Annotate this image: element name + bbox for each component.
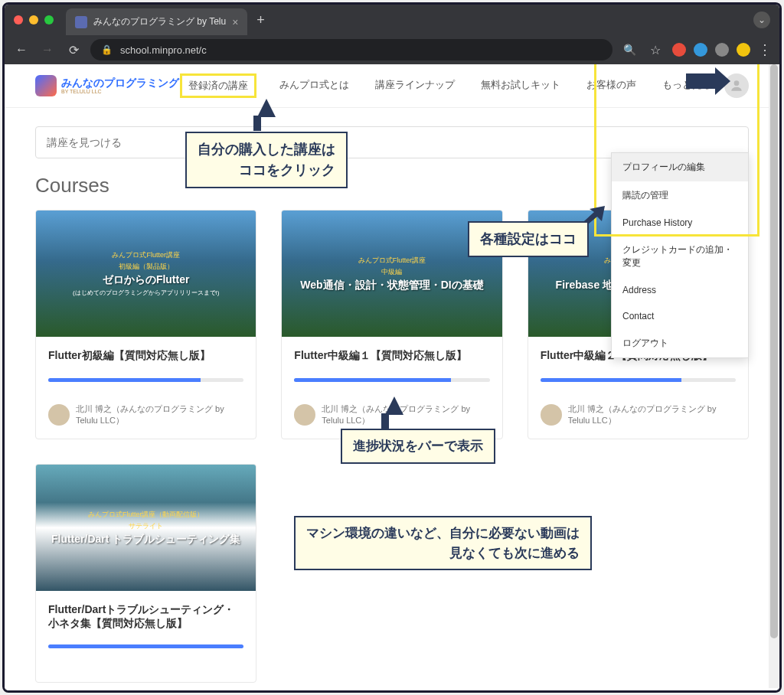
profile-icon[interactable] [737, 43, 750, 57]
course-title: Flutter/Dartトラブルシューティング・小ネタ集【質問対応無し版】 [48, 603, 243, 631]
progress-fill [294, 378, 450, 382]
arrow-icon [686, 73, 717, 89]
window-minimize-button[interactable] [29, 15, 38, 24]
tab-close-button[interactable]: × [232, 16, 238, 28]
dropdown-subscriptions[interactable]: 購読の管理 [612, 181, 748, 210]
user-dropdown-menu: プロフィールの編集 購読の管理 Purchase History クレジットカー… [611, 152, 749, 358]
progress-fill [48, 644, 243, 648]
browser-tab[interactable]: みんなのプログラミング by Telu × [66, 8, 247, 35]
back-button[interactable]: ← [12, 43, 31, 57]
nav-registered-courses[interactable]: 登録済の講座 [180, 73, 256, 98]
progress-fill [48, 378, 201, 382]
extension-icon-2[interactable] [694, 43, 707, 57]
instructor-name: 北川 博之（みんなのプログラミング by Telulu LLC） [76, 403, 243, 426]
scrollbar-track[interactable] [769, 64, 779, 688]
main-nav: 登録済の講座 みんプロ式とは 講座ラインナップ 無料お試しキット お客様の声 も… [180, 73, 715, 98]
nav-testimonials[interactable]: お客様の声 [583, 73, 639, 98]
annotation-progress: 進捗状況をバーで表示 [341, 429, 495, 464]
nav-about[interactable]: みんプロ式とは [276, 73, 352, 98]
progress-bar [294, 378, 489, 382]
dropdown-logout[interactable]: ログアウト [612, 329, 748, 357]
reload-button[interactable]: ⟳ [64, 43, 83, 57]
progress-bar [541, 378, 736, 382]
window-maximize-button[interactable] [44, 15, 54, 24]
favicon-icon [75, 16, 87, 28]
window-dropdown-button[interactable]: ⌄ [753, 11, 770, 28]
user-icon [729, 78, 744, 93]
instructor-avatar [48, 404, 70, 426]
arrow-icon [385, 396, 403, 415]
svg-point-0 [734, 80, 740, 86]
progress-bar [48, 378, 243, 382]
extension-icon-1[interactable] [672, 43, 686, 57]
browser-menu-button[interactable]: ⋮ [758, 41, 772, 58]
instructor-avatar [541, 404, 562, 426]
course-card[interactable]: みんプロ式Flutter講座 初級編（製品版） ゼロからのFlutter (はじ… [35, 210, 256, 439]
annotation-purchased-courses: 自分の購入した講座は ココをクリック [185, 132, 348, 188]
url-text: school.minpro.net/c [120, 44, 207, 56]
bookmark-icon[interactable]: ☆ [646, 43, 665, 57]
site-logo[interactable]: みんなのプログラミング BY TELULU LLC [35, 75, 179, 96]
logo-subtitle: BY TELULU LLC [61, 89, 179, 94]
course-title: Flutter中級編１【質問対応無し版】 [294, 349, 489, 364]
address-bar-row: ← → ⟳ 🔒 school.minpro.net/c 🔍 ☆ ⋮ [5, 35, 779, 64]
dropdown-purchase-history[interactable]: Purchase History [612, 210, 748, 236]
forward-button[interactable]: → [38, 43, 57, 57]
page-viewport: みんなのプログラミング BY TELULU LLC 登録済の講座 みんプロ式とは… [5, 64, 779, 690]
annotation-settings: 各種設定はココ [468, 221, 589, 257]
logo-icon [35, 75, 57, 96]
course-title: Flutter初級編【質問対応無し版】 [48, 349, 243, 364]
zoom-out-icon[interactable]: 🔍 [620, 44, 639, 56]
window-close-button[interactable] [14, 15, 23, 24]
instructor-avatar [294, 404, 315, 426]
dropdown-address[interactable]: Address [612, 277, 748, 303]
dropdown-contact[interactable]: Contact [612, 303, 748, 329]
instructor-name: 北川 博之（みんなのプログラミング by Telulu LLC） [322, 403, 489, 426]
extension-icon-3[interactable] [715, 43, 729, 57]
scrollbar-thumb[interactable] [770, 64, 778, 638]
nav-trial-kit[interactable]: 無料お試しキット [478, 73, 564, 98]
dropdown-edit-profile[interactable]: プロフィールの編集 [612, 153, 748, 181]
new-tab-button[interactable]: + [256, 12, 265, 28]
course-thumbnail: みんプロ式Flutter講座 初級編（製品版） ゼロからのFlutter (はじ… [36, 210, 256, 337]
nav-lineup[interactable]: 講座ラインナップ [372, 73, 458, 98]
site-header: みんなのプログラミング BY TELULU LLC 登録済の講座 みんプロ式とは… [5, 64, 779, 108]
annotation-skip-videos: マシン環境の違いなど、自分に必要ない動画は 見なくても次に進める [294, 516, 592, 570]
logo-text: みんなのプログラミング [61, 77, 179, 89]
lock-icon: 🔒 [101, 44, 113, 55]
instructor-name: 北川 博之（みんなのプログラミング by Telulu LLC） [568, 403, 736, 426]
tab-title: みんなのプログラミング by Telu [93, 15, 226, 28]
course-thumbnail: みんプロ式Flutter講座（動画配信版） サテライト Flutter/Dart… [36, 465, 256, 591]
progress-bar [48, 644, 243, 648]
dropdown-credit-card[interactable]: クレジットカードの追加・変更 [612, 236, 748, 277]
progress-fill [541, 378, 681, 382]
url-field[interactable]: 🔒 school.minpro.net/c [90, 39, 612, 60]
course-card[interactable]: みんプロ式Flutter講座（動画配信版） サテライト Flutter/Dart… [35, 464, 256, 683]
browser-titlebar: みんなのプログラミング by Telu × + ⌄ [5, 5, 779, 35]
arrow-icon [257, 99, 276, 117]
